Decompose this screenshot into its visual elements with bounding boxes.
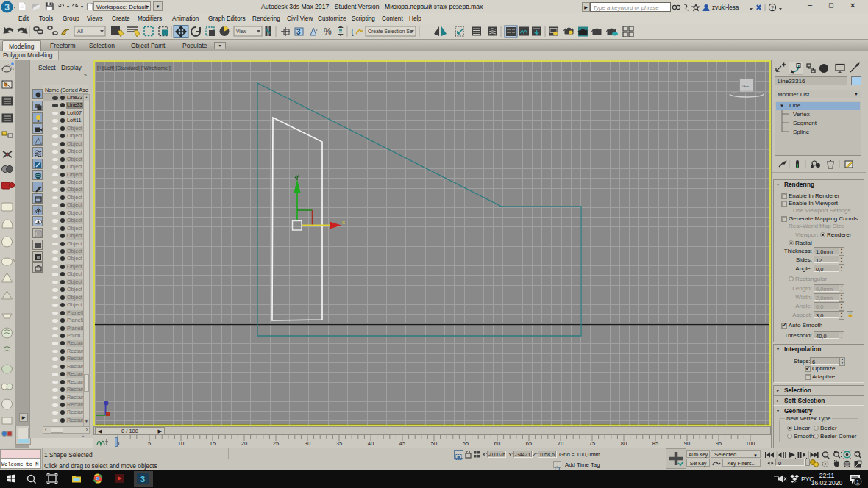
svg-text:{: { [351, 27, 354, 36]
svg-text:[+][Left] [Standard] [ Wirefra: [+][Left] [Standard] [ Wireframe ] [97, 65, 171, 71]
svg-text:3: 3 [296, 28, 301, 36]
svg-text:All: All [77, 29, 83, 34]
svg-text:LEFT: LEFT [742, 85, 751, 88]
svg-text:View: View [236, 29, 246, 34]
svg-text:16.02.2020: 16.02.2020 [811, 479, 843, 487]
svg-text:%: % [324, 26, 332, 37]
svg-text:x: x [342, 219, 345, 226]
svg-text:3: 3 [140, 475, 145, 484]
svg-text:1: 1 [856, 478, 859, 485]
svg-text:zvuki-lesa: zvuki-lesa [712, 4, 739, 11]
svg-text:?: ? [771, 4, 775, 11]
svg-text:22:11: 22:11 [819, 472, 835, 479]
svg-text:3: 3 [4, 2, 10, 12]
svg-text:Create Selection Se: Create Selection Se [368, 29, 413, 34]
svg-text:²: ² [316, 27, 318, 32]
